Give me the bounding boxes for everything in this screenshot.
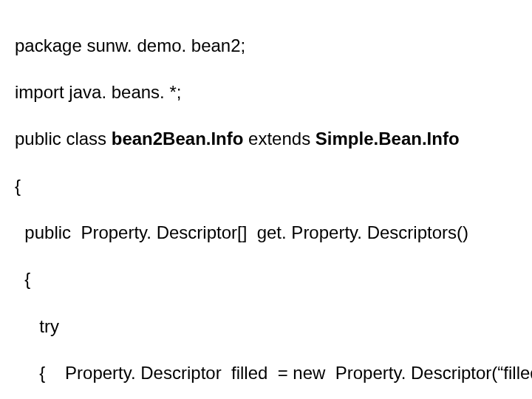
code-line-4: {: [15, 174, 525, 198]
text: public class: [15, 129, 112, 149]
code-slide: package sunw. demo. bean2; import java. …: [0, 0, 532, 399]
code-line-1: package sunw. demo. bean2;: [15, 34, 525, 58]
code-line-3: public class bean2Bean.Info extends Simp…: [15, 127, 525, 151]
code-line-5: public Property. Descriptor[] get. Prope…: [15, 221, 525, 245]
code-line-6: {: [15, 267, 525, 291]
text: extends: [243, 129, 315, 149]
text: { Property. Descriptor filled = new Prop…: [15, 363, 532, 383]
superclass-name: Simple.Bean.Info: [316, 129, 460, 149]
text: {: [15, 269, 30, 289]
code-line-7: try: [15, 315, 525, 338]
class-name: bean2Bean.Info: [112, 129, 244, 149]
text: public Property. Descriptor[] get. Prope…: [15, 222, 468, 242]
code-line-8: { Property. Descriptor filled = new Prop…: [15, 361, 525, 385]
code-line-2: import java. beans. *;: [15, 81, 525, 104]
text: {: [15, 176, 21, 196]
text: import java. beans. *;: [15, 82, 181, 102]
text: try: [15, 316, 59, 336]
text: package sunw. demo. bean2;: [15, 35, 245, 55]
